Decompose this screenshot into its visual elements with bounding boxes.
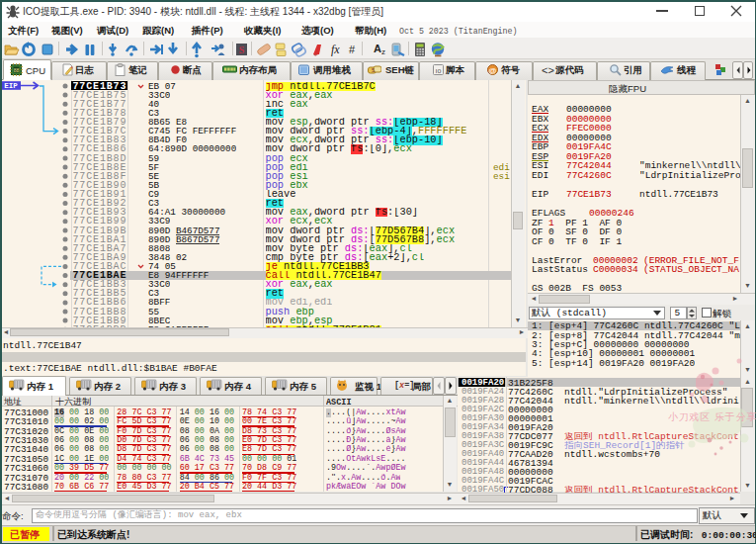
svg-text:EIP: EIP (4, 82, 18, 90)
svg-text:<>: <> (542, 64, 554, 76)
svg-text:z: z (381, 47, 385, 56)
svg-text:ıo: ıo (436, 67, 442, 74)
svg-text:@: @ (489, 66, 497, 75)
svg-text:88: 88 (14, 67, 20, 73)
svg-text:fx: fx (331, 43, 340, 56)
svg-text:S: S (239, 45, 245, 55)
svg-text:#: # (349, 44, 356, 55)
svg-text:A: A (374, 43, 381, 54)
